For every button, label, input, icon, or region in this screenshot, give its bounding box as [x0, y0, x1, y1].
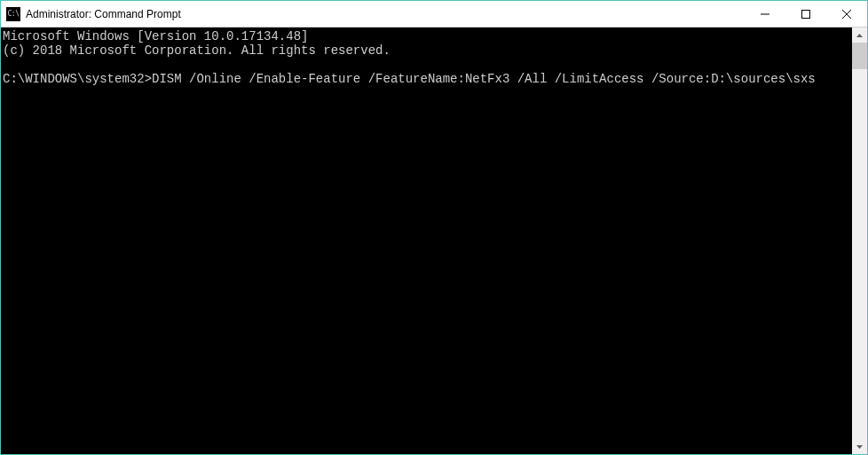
minimize-button[interactable] — [745, 1, 785, 27]
cmd-icon-label: C:\ — [8, 11, 20, 18]
scroll-thumb[interactable] — [852, 43, 867, 69]
scroll-down-arrow[interactable] — [852, 439, 867, 454]
terminal-output[interactable]: Microsoft Windows [Version 10.0.17134.48… — [1, 27, 852, 454]
maximize-button[interactable] — [785, 1, 826, 27]
scroll-up-arrow[interactable] — [852, 27, 867, 43]
svg-marker-4 — [856, 34, 863, 37]
scroll-track[interactable] — [852, 43, 867, 439]
window-title: Administrator: Command Prompt — [26, 8, 745, 20]
command-text: DISM /Online /Enable-Feature /FeatureNam… — [152, 72, 816, 86]
version-line: Microsoft Windows [Version 10.0.17134.48… — [3, 29, 308, 43]
close-button[interactable] — [826, 1, 867, 27]
titlebar[interactable]: C:\ Administrator: Command Prompt — [1, 1, 867, 27]
window-controls — [745, 1, 867, 27]
content-area: Microsoft Windows [Version 10.0.17134.48… — [1, 27, 867, 454]
prompt-path: C:\WINDOWS\system32> — [3, 72, 152, 86]
svg-rect-1 — [802, 10, 810, 18]
cmd-icon: C:\ — [6, 7, 20, 21]
vertical-scrollbar[interactable] — [852, 27, 867, 454]
command-prompt-window: C:\ Administrator: Command Prompt Micros… — [0, 0, 868, 455]
copyright-line: (c) 2018 Microsoft Corporation. All righ… — [3, 43, 391, 58]
svg-marker-5 — [856, 445, 863, 449]
